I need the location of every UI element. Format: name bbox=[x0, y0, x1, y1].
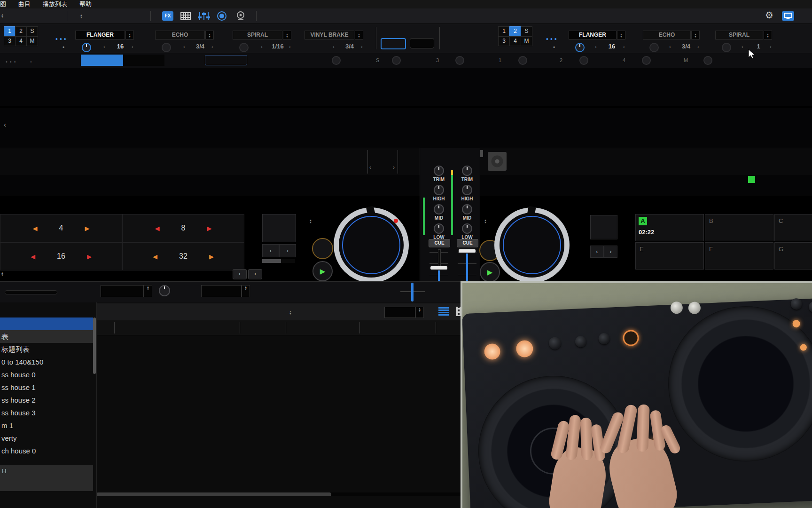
ch2-fader-handle[interactable] bbox=[459, 249, 476, 253]
master-deck-select[interactable] bbox=[384, 307, 415, 318]
deck2-jog-wheel[interactable] bbox=[494, 207, 570, 283]
fx1-slot-knob[interactable] bbox=[82, 43, 91, 52]
fx1-beats-right[interactable]: › bbox=[289, 44, 291, 49]
crossfader-handle[interactable] bbox=[411, 283, 414, 302]
sub-knob-1[interactable] bbox=[518, 56, 527, 65]
jump-back-icon[interactable]: ◀ bbox=[153, 253, 157, 260]
deck2-detail-waveform[interactable] bbox=[479, 175, 812, 196]
jump-left-button[interactable]: ‹ bbox=[233, 269, 247, 279]
ch2-cue-button[interactable]: CUE bbox=[457, 239, 478, 247]
hotcue-pad-C[interactable]: C bbox=[774, 214, 812, 241]
ch2-high-knob[interactable] bbox=[462, 185, 472, 195]
fx1-assign-S[interactable]: S bbox=[26, 26, 38, 36]
jump-fwd-icon[interactable]: ▶ bbox=[207, 225, 211, 232]
fx-default-tab[interactable] bbox=[81, 55, 123, 66]
sub-knob-S[interactable] bbox=[392, 56, 401, 65]
fx1-beats-left[interactable]: ‹ bbox=[183, 44, 185, 49]
beat-jump-cell-16[interactable]: ◀16▶ bbox=[0, 242, 122, 270]
pad-grid-icon[interactable] bbox=[180, 12, 191, 20]
sidebar-item-2[interactable]: 标题列表 bbox=[0, 343, 93, 356]
ch2-mid-knob[interactable] bbox=[462, 204, 472, 214]
sidebar-item-10[interactable]: ch house 0 bbox=[0, 444, 93, 457]
sidebar-item-5[interactable]: ss house 1 bbox=[0, 381, 93, 394]
key-left-icon[interactable]: ‹ bbox=[369, 164, 371, 171]
deck1-cue-button[interactable] bbox=[312, 238, 333, 259]
fx2-assign-3[interactable]: 3 bbox=[498, 36, 510, 46]
deck2-play-button[interactable]: ▶ bbox=[480, 262, 500, 282]
ch1-cue-button[interactable]: CUE bbox=[429, 239, 450, 247]
fx2-assign-M[interactable]: M bbox=[521, 36, 532, 46]
mic-fx-chevron[interactable]: ▲▼ bbox=[144, 285, 152, 297]
fx1-assign-M[interactable]: M bbox=[26, 36, 38, 46]
fx2-beats-left[interactable]: ‹ bbox=[742, 44, 743, 49]
jump-fwd-icon[interactable]: ▶ bbox=[209, 253, 214, 260]
jump-fwd-icon[interactable]: ▶ bbox=[87, 253, 92, 260]
deck1-detail-waveform[interactable] bbox=[0, 175, 420, 196]
ch1-mid-knob[interactable] bbox=[434, 204, 444, 214]
sidebar-item-8[interactable]: m 1 bbox=[0, 419, 93, 432]
fx1-beats-right[interactable]: › bbox=[211, 44, 213, 49]
fx1-dot-icon[interactable]: • bbox=[62, 44, 64, 51]
fx2-assign-1[interactable]: 1 bbox=[498, 26, 510, 36]
fx2-beats-right[interactable]: › bbox=[623, 44, 625, 49]
ch1-fader-handle[interactable] bbox=[430, 266, 447, 270]
deck1-memory-next-button[interactable]: › bbox=[279, 244, 296, 257]
fx1-slot-chevron[interactable]: ▲▼ bbox=[125, 31, 134, 40]
fx1-slot-name[interactable]: SPIRAL bbox=[233, 31, 282, 40]
ch2-low-knob[interactable] bbox=[462, 223, 472, 234]
param-knob[interactable] bbox=[332, 56, 341, 65]
deck2-overview-waveform[interactable]: ‹ bbox=[0, 107, 812, 148]
bpm-auto-button[interactable] bbox=[381, 38, 406, 49]
fx1-assign-1[interactable]: 1 bbox=[4, 26, 16, 36]
beat-jump-label[interactable]: ▲▼ bbox=[0, 270, 5, 277]
h-scrollbar[interactable] bbox=[96, 492, 461, 496]
fx1-beats-left[interactable]: ‹ bbox=[261, 44, 263, 49]
fx2-slot-name[interactable]: ECHO bbox=[643, 31, 691, 40]
list-view-icon[interactable] bbox=[438, 307, 449, 316]
fx1-assign-3[interactable]: 3 bbox=[4, 36, 16, 46]
key-right-icon[interactable]: › bbox=[393, 164, 395, 171]
sidebar-scrollbar[interactable] bbox=[93, 318, 96, 374]
deck1-phrase-strip[interactable] bbox=[0, 196, 420, 208]
fx2-assign-S[interactable]: S bbox=[521, 26, 532, 36]
fx1-slot-knob[interactable] bbox=[162, 43, 171, 52]
sidebar-search-box[interactable]: H bbox=[0, 465, 93, 491]
deck2-memory-next-button[interactable]: › bbox=[604, 246, 617, 258]
sidebar-item-6[interactable]: ss house 2 bbox=[0, 394, 93, 406]
hotcue-pad-B[interactable]: B bbox=[705, 214, 773, 241]
fx2-slot-chevron[interactable]: ▲▼ bbox=[617, 31, 625, 40]
beat-jump-cell-32[interactable]: ◀32▶ bbox=[122, 242, 244, 270]
jump-back-icon[interactable]: ◀ bbox=[33, 225, 38, 232]
sub-knob-2[interactable] bbox=[579, 56, 588, 65]
fx2-beats-left[interactable]: ‹ bbox=[595, 44, 597, 49]
mic-fx-knob[interactable] bbox=[159, 285, 170, 296]
filter-button[interactable] bbox=[205, 55, 247, 65]
jump-right-button[interactable]: › bbox=[248, 269, 262, 279]
ch1-trim-knob[interactable] bbox=[434, 166, 444, 176]
menu-item-1[interactable]: 曲目 bbox=[18, 0, 31, 8]
ch2-trim-knob[interactable] bbox=[462, 166, 472, 176]
fx1-slot-chevron[interactable]: ▲▼ bbox=[283, 31, 291, 40]
sub-knob-4[interactable] bbox=[642, 56, 651, 65]
light-chevron[interactable]: ▲▼ bbox=[242, 285, 250, 297]
layout-select[interactable]: ▲▼ bbox=[79, 12, 84, 19]
fx1-beats-right[interactable]: › bbox=[361, 44, 363, 49]
sidebar-item-7[interactable]: ss house 3 bbox=[0, 406, 93, 419]
fx1-beats-right[interactable]: › bbox=[132, 44, 133, 49]
sub-dot-icon[interactable]: • bbox=[30, 59, 32, 64]
fx1-slot-name[interactable]: ECHO bbox=[155, 31, 205, 40]
fx2-slot-name[interactable]: FLANGER bbox=[569, 31, 617, 40]
hotcue-pad-G[interactable]: G bbox=[774, 242, 812, 270]
fx-user-tab[interactable] bbox=[123, 55, 164, 66]
fx2-beats-right[interactable]: › bbox=[697, 44, 699, 49]
fx2-slot-knob[interactable] bbox=[649, 43, 659, 52]
light-select[interactable] bbox=[201, 285, 242, 297]
sub-knob-3[interactable] bbox=[455, 56, 464, 65]
bpm-tap-button[interactable] bbox=[410, 38, 434, 48]
sub-knob-M[interactable] bbox=[703, 56, 712, 65]
key-sync-label[interactable] bbox=[370, 150, 393, 156]
deck1-play-button[interactable]: ▶ bbox=[312, 261, 333, 281]
fx1-slot-chevron[interactable]: ▲▼ bbox=[355, 31, 363, 40]
fx2-slot-chevron[interactable]: ▲▼ bbox=[691, 31, 700, 40]
jump-back-icon[interactable]: ◀ bbox=[155, 225, 160, 232]
